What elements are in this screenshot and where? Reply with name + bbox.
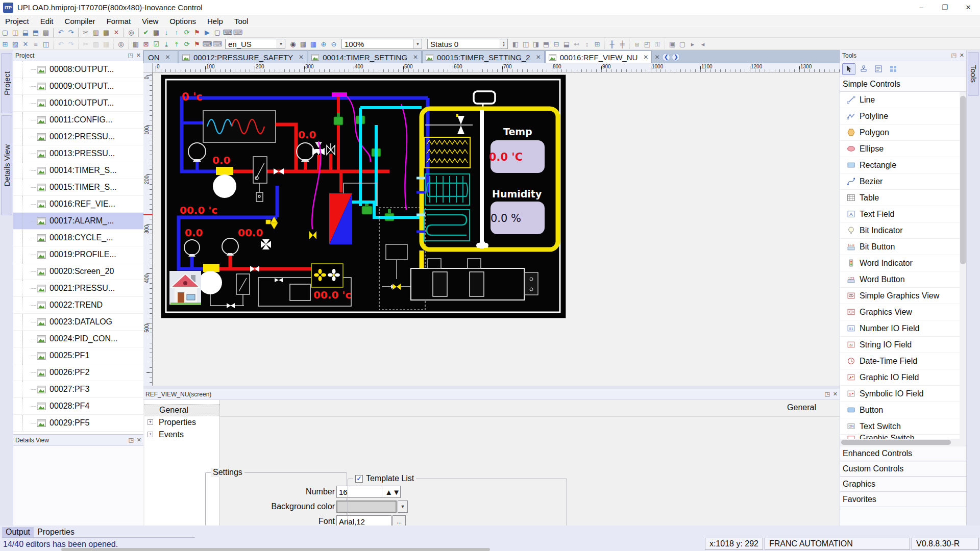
h-space-icon[interactable]: ╫ bbox=[607, 39, 617, 49]
close-tab-icon[interactable]: ✕ bbox=[299, 54, 304, 61]
download-icon[interactable]: ↓ bbox=[161, 28, 172, 37]
copy-icon[interactable]: ▥ bbox=[91, 39, 101, 49]
menu-tool[interactable]: Tool bbox=[234, 17, 249, 26]
dock-tab-project[interactable]: Project bbox=[1, 53, 12, 113]
editor-tab-00012-pressure-safety[interactable]: 00012:PRESSURE_SAFETY✕ bbox=[179, 51, 307, 63]
export-icon[interactable]: ⤒ bbox=[172, 39, 182, 49]
zoom-combo[interactable]: 100%▼ bbox=[341, 39, 422, 49]
tree-item-00022-trend[interactable]: 00022:TREND bbox=[13, 297, 143, 314]
add-screen-icon[interactable]: ⊞ bbox=[0, 39, 10, 49]
undo-icon[interactable]: ↶ bbox=[56, 39, 66, 49]
save-icon[interactable]: ⬓ bbox=[20, 28, 31, 37]
tools-group-favorites[interactable]: Favorites bbox=[840, 492, 966, 507]
float-panel-icon[interactable]: ◳ bbox=[824, 391, 829, 397]
tree-item-00008-output-[interactable]: 00008:OUTPUT... bbox=[13, 61, 143, 78]
undo-icon[interactable]: ↶ bbox=[56, 28, 66, 37]
copy-screen-icon[interactable]: ◫ bbox=[41, 39, 51, 49]
tree-item-00012-pressu-[interactable]: 00012:PRESSU... bbox=[13, 129, 143, 145]
device-flag-icon[interactable]: ⚑ bbox=[192, 39, 202, 49]
tools-group-simple-controls[interactable]: Simple Controls bbox=[840, 77, 966, 92]
new-icon[interactable]: ▢ bbox=[0, 28, 10, 37]
tree-item-00020-screen-20[interactable]: 00020:Screen_20 bbox=[13, 263, 143, 280]
binoculars-icon[interactable]: ◉ bbox=[288, 39, 298, 49]
tool-graphic-io-field[interactable]: Graphic IO Field bbox=[840, 369, 966, 386]
tools-group-enhanced-controls[interactable]: Enhanced Controls bbox=[840, 446, 966, 461]
same-width-icon[interactable]: ⇿ bbox=[572, 39, 582, 49]
print-icon[interactable]: ▤ bbox=[41, 28, 51, 37]
properties-nav-properties[interactable]: +Properties bbox=[144, 416, 219, 429]
redo-icon[interactable]: ↷ bbox=[66, 39, 76, 49]
tree-item-00016-ref-vie-[interactable]: 00016:REF_VIE... bbox=[13, 196, 143, 213]
tool-rectangle[interactable]: Rectangle bbox=[840, 157, 966, 173]
horizontal-scrollbar[interactable] bbox=[61, 548, 490, 551]
tool-string-io-field[interactable]: aIString IO Field bbox=[840, 337, 966, 353]
copy-icon[interactable]: ▥ bbox=[91, 28, 101, 37]
tool-text-switch[interactable]: ONText Switch bbox=[840, 418, 966, 435]
screen-list-icon[interactable]: ≡ bbox=[31, 39, 41, 49]
sync-icon[interactable]: ⟳ bbox=[182, 28, 192, 37]
close-panel-icon[interactable]: ✕ bbox=[136, 52, 141, 59]
edit-screen-icon[interactable]: ▨ bbox=[10, 39, 20, 49]
save-all-icon[interactable]: ⬒ bbox=[31, 28, 41, 37]
align-left-icon[interactable]: ◧ bbox=[510, 39, 521, 49]
list-view-icon[interactable] bbox=[872, 63, 885, 75]
float-panel-icon[interactable]: ◳ bbox=[128, 52, 133, 59]
send-back-icon[interactable]: ▢ bbox=[677, 39, 688, 49]
editor-tab-on[interactable]: ON✕ bbox=[143, 51, 178, 63]
grid-icon[interactable]: ▦ bbox=[298, 39, 308, 49]
import-icon[interactable]: ⤓ bbox=[161, 39, 172, 49]
tools-scrollbar-horizontal[interactable] bbox=[840, 439, 966, 446]
compile-check-icon[interactable]: ✔ bbox=[141, 28, 151, 37]
align-right-icon[interactable]: ◨ bbox=[531, 39, 541, 49]
editor-tab-00014-timer-setting[interactable]: 00014:TIMER_SETTING✕ bbox=[308, 51, 422, 63]
table-blue-icon[interactable]: ▦ bbox=[308, 39, 318, 49]
close-panel-icon[interactable]: ✕ bbox=[137, 437, 141, 443]
tool-bit-button[interactable]: H-HBit Button bbox=[840, 239, 966, 255]
paste-icon[interactable]: ▦ bbox=[101, 28, 111, 37]
status-combo[interactable]: Status 0▲▼ bbox=[427, 39, 508, 49]
maximize-icon[interactable]: ❐ bbox=[933, 0, 957, 15]
menu-project[interactable]: Project bbox=[5, 17, 29, 26]
tree-item-00028-pf4[interactable]: 00028:PF4 bbox=[13, 398, 143, 415]
magnifier-icon[interactable]: ◎ bbox=[116, 39, 126, 49]
close-tab-icon[interactable]: ✕ bbox=[643, 54, 648, 61]
tree-item-00025-pf1[interactable]: 00025:PF1 bbox=[13, 347, 143, 364]
forward-icon[interactable]: ▸ bbox=[688, 39, 698, 49]
tree-item-00017-alarm-[interactable]: 00017:ALARM_... bbox=[13, 213, 143, 230]
expand-icon[interactable]: + bbox=[148, 419, 153, 425]
menu-compiler[interactable]: Compiler bbox=[65, 17, 95, 26]
upload-icon[interactable]: ↑ bbox=[172, 28, 182, 37]
expand-icon[interactable]: + bbox=[148, 432, 153, 437]
menu-format[interactable]: Format bbox=[107, 17, 131, 26]
backward-icon[interactable]: ◂ bbox=[698, 39, 708, 49]
tool-simple-graphics-view[interactable]: Simple Graphics View bbox=[840, 288, 966, 304]
properties-nav-events[interactable]: +Events bbox=[144, 429, 219, 441]
tool-number-io-field[interactable]: 01Number IO Field bbox=[840, 320, 966, 337]
minimize-icon[interactable]: – bbox=[910, 0, 933, 15]
grid-icon[interactable]: ▦ bbox=[131, 39, 141, 49]
tools-group-graphics[interactable]: Graphics bbox=[840, 477, 966, 492]
close-tab-icon[interactable]: ✕ bbox=[536, 54, 541, 61]
close-panel-icon[interactable]: ✕ bbox=[960, 52, 964, 59]
align-center-icon[interactable]: ◫ bbox=[521, 39, 531, 49]
properties-nav-general[interactable]: General bbox=[144, 404, 219, 416]
close-tab-icon[interactable]: ✕ bbox=[165, 54, 170, 61]
close-tab-icon[interactable]: ✕ bbox=[654, 54, 659, 61]
paste-icon[interactable]: ▦ bbox=[101, 39, 111, 49]
status-tab-output[interactable]: Output bbox=[2, 527, 34, 537]
tree-item-00010-output-[interactable]: 00010:OUTPUT... bbox=[13, 95, 143, 112]
scroll-tabs-left-icon[interactable]: ❮ bbox=[662, 53, 670, 61]
monitor-icon[interactable]: ▢ bbox=[212, 28, 223, 37]
close-tab-icon[interactable]: ✕ bbox=[413, 54, 418, 61]
stamp-icon[interactable] bbox=[857, 63, 870, 75]
tool-graphics-view[interactable]: Graphics View bbox=[840, 304, 966, 320]
screen-delete-icon[interactable]: ⊠ bbox=[141, 39, 151, 49]
keyboard2-icon[interactable]: ⌨ bbox=[233, 28, 243, 37]
tree-item-00024-pid-con-[interactable]: 00024:PID_CON... bbox=[13, 331, 143, 347]
grid-view-icon[interactable] bbox=[887, 63, 900, 75]
tool-text-field[interactable]: AText Field bbox=[840, 206, 966, 222]
tree-item-00014-timer-s-[interactable]: 00014:TIMER_S... bbox=[13, 162, 143, 179]
menu-help[interactable]: Help bbox=[207, 17, 223, 26]
close-panel-icon[interactable]: ✕ bbox=[833, 391, 838, 397]
tree-item-00015-timer-s-[interactable]: 00015:TIMER_S... bbox=[13, 179, 143, 196]
